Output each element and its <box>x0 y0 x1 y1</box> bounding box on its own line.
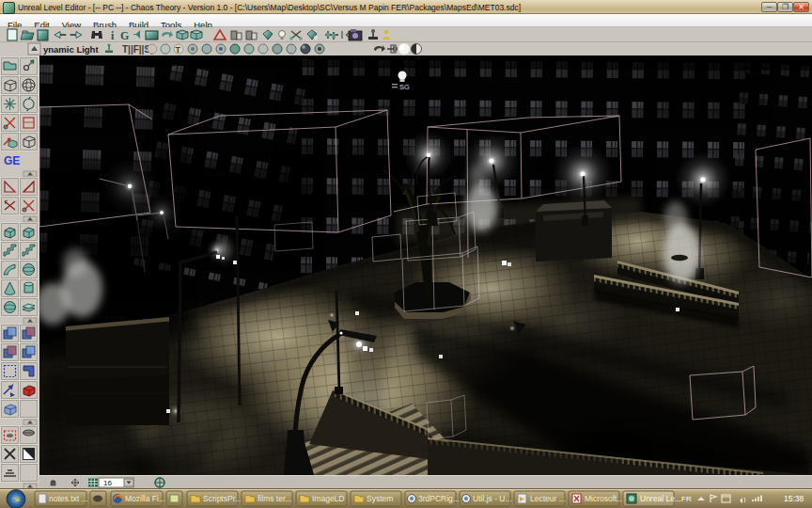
svg-text:Mozilla Fi...: Mozilla Fi... <box>125 494 165 503</box>
svg-text:ScriptsPr...: ScriptsPr... <box>203 494 242 503</box>
svg-text:T: T <box>176 45 181 55</box>
svg-text:ynamic Light: ynamic Light <box>43 44 99 55</box>
svg-text:ImageLD: ImageLD <box>312 494 345 503</box>
svg-text:notes.txt ...: notes.txt ... <box>49 494 88 503</box>
svg-text:3rdPCRig...: 3rdPCRig... <box>418 494 460 503</box>
svg-text:SG: SG <box>399 83 410 91</box>
svg-text:GE: GE <box>4 154 20 167</box>
svg-text:Util.js - U...: Util.js - U... <box>473 494 512 503</box>
svg-text:Lecteur ...: Lecteur ... <box>530 494 566 503</box>
svg-text:System: System <box>367 494 393 503</box>
svg-text:i: i <box>111 29 115 42</box>
svg-text:Unreal Le...: Unreal Le... <box>640 494 681 503</box>
svg-text:films ter...: films ter... <box>258 494 291 503</box>
svg-text:15:38: 15:38 <box>784 494 804 503</box>
svg-text:G: G <box>120 29 129 42</box>
svg-text:16: 16 <box>103 479 112 487</box>
svg-text:FR: FR <box>681 495 692 503</box>
svg-text:Microsoft...: Microsoft... <box>585 494 624 503</box>
